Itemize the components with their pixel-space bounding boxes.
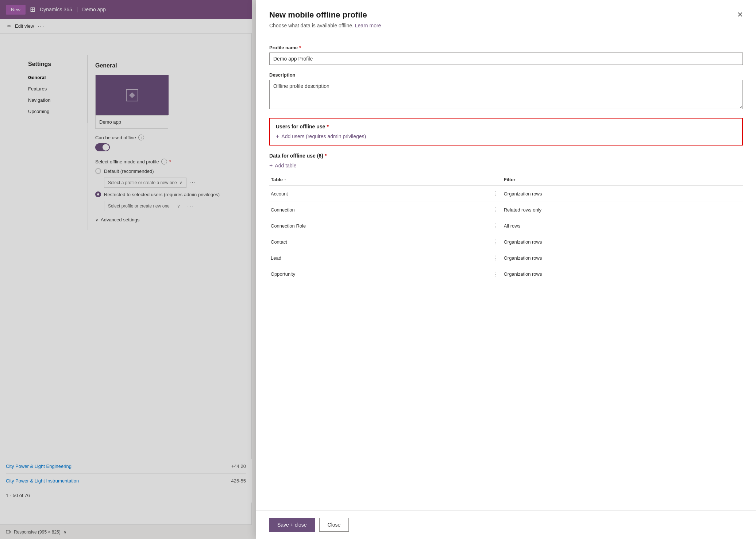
users-required-star: * — [327, 124, 328, 129]
profile-name-group: Profile name * — [269, 45, 743, 65]
table-header-table-text: Table — [271, 177, 283, 182]
description-label: Description — [269, 72, 743, 78]
table-cell-filter: Related rows only — [502, 202, 743, 218]
panel-header: New mobile offline profile Choose what d… — [256, 0, 756, 36]
users-offline-title-text: Users for offline use — [276, 124, 325, 129]
add-table-label: Add table — [275, 163, 296, 168]
table-header-actions — [491, 174, 502, 186]
users-offline-title: Users for offline use * — [276, 124, 736, 129]
profile-name-label-text: Profile name — [269, 45, 298, 50]
add-table-plus-icon: + — [269, 162, 273, 169]
add-table-button[interactable]: + Add table — [269, 162, 297, 169]
table-cell-name: Connection — [269, 202, 491, 218]
table-row: Account ⋮ Organization rows — [269, 186, 743, 202]
row-dots-icon[interactable]: ⋮ — [493, 191, 499, 197]
table-cell-dots[interactable]: ⋮ — [491, 218, 502, 234]
data-offline-title-text: Data for offline use (6) — [269, 153, 323, 159]
table-cell-filter: Organization rows — [502, 250, 743, 266]
row-dots-icon[interactable]: ⋮ — [493, 239, 499, 245]
panel-footer: Save + close Close — [256, 510, 756, 539]
panel-close-button[interactable]: ✕ — [734, 9, 746, 20]
table-row: Opportunity ⋮ Organization rows — [269, 266, 743, 282]
table-row: Connection ⋮ Related rows only — [269, 202, 743, 218]
table-header-table: Table ↑ — [269, 174, 491, 186]
side-panel: New mobile offline profile Choose what d… — [256, 0, 756, 539]
table-cell-filter: All rows — [502, 218, 743, 234]
profile-name-required: * — [299, 45, 301, 50]
table-cell-dots[interactable]: ⋮ — [491, 250, 502, 266]
users-offline-section: Users for offline use * + Add users (req… — [269, 118, 743, 146]
table-cell-dots[interactable]: ⋮ — [491, 186, 502, 202]
table-cell-name: Contact — [269, 234, 491, 250]
table-cell-filter: Organization rows — [502, 234, 743, 250]
close-button[interactable]: Close — [319, 518, 349, 532]
table-row: Contact ⋮ Organization rows — [269, 234, 743, 250]
profile-name-label: Profile name * — [269, 45, 743, 50]
row-dots-icon[interactable]: ⋮ — [493, 271, 499, 277]
table-cell-name: Lead — [269, 250, 491, 266]
panel-subtitle-text: Choose what data is available offline. — [269, 23, 354, 28]
data-offline-title: Data for offline use (6) * — [269, 153, 743, 159]
table-cell-name: Account — [269, 186, 491, 202]
panel-title: New mobile offline profile — [269, 10, 743, 20]
description-group: Description Offline profile description — [269, 72, 743, 110]
row-dots-icon[interactable]: ⋮ — [493, 255, 499, 261]
add-users-label: Add users (requires admin privileges) — [281, 133, 366, 139]
table-cell-dots[interactable]: ⋮ — [491, 202, 502, 218]
table-cell-name: Connection Role — [269, 218, 491, 234]
save-close-button[interactable]: Save + close — [269, 518, 315, 532]
table-cell-filter: Organization rows — [502, 186, 743, 202]
data-table: Table ↑ Filter Account ⋮ Organization ro… — [269, 174, 743, 282]
table-row: Lead ⋮ Organization rows — [269, 250, 743, 266]
row-dots-icon[interactable]: ⋮ — [493, 223, 499, 229]
add-users-plus-icon: + — [276, 133, 279, 140]
table-cell-name: Opportunity — [269, 266, 491, 282]
sort-icon[interactable]: ↑ — [284, 178, 286, 182]
description-textarea[interactable]: Offline profile description — [269, 80, 743, 109]
panel-subtitle: Choose what data is available offline. L… — [269, 23, 743, 28]
table-header-filter: Filter — [502, 174, 743, 186]
learn-more-link[interactable]: Learn more — [355, 23, 381, 28]
data-offline-section: Data for offline use (6) * + Add table T… — [269, 153, 743, 282]
add-users-button[interactable]: + Add users (requires admin privileges) — [276, 133, 366, 140]
table-cell-dots[interactable]: ⋮ — [491, 266, 502, 282]
table-cell-dots[interactable]: ⋮ — [491, 234, 502, 250]
table-row: Connection Role ⋮ All rows — [269, 218, 743, 234]
row-dots-icon[interactable]: ⋮ — [493, 207, 499, 213]
data-required-star: * — [325, 153, 327, 159]
table-cell-filter: Organization rows — [502, 266, 743, 282]
profile-name-input[interactable] — [269, 53, 743, 65]
panel-body: Profile name * Description Offline profi… — [256, 36, 756, 510]
